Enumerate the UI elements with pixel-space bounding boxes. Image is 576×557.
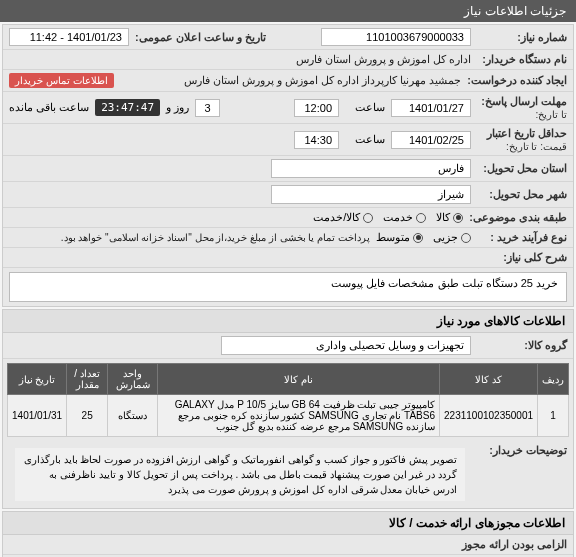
license-section-title: اطلاعات مجوزهای ارائه خدمت / کالا xyxy=(3,512,573,535)
buyer-note-label: توضیحات خریدار: xyxy=(477,444,567,457)
pub-date-value: 1401/01/23 - 11:42 xyxy=(9,28,129,46)
days-label: روز و xyxy=(166,101,189,114)
goods-section-title: اطلاعات کالاهای مورد نیاز xyxy=(3,310,573,333)
radio-goods[interactable]: کالا xyxy=(436,211,463,224)
license-label: الزامی بودن ارائه مجوز xyxy=(462,538,567,551)
desc-box: خرید 25 دستگاه تبلت طبق مشخصات فایل پیوس… xyxy=(9,272,567,302)
radio-service[interactable]: خدمت xyxy=(383,211,426,224)
goods-section: اطلاعات کالاهای مورد نیاز گروه کالا: تجه… xyxy=(2,309,574,509)
th-unit: واحد شمارش xyxy=(108,364,158,395)
radio-goods-service[interactable]: کالا/خدمت xyxy=(313,211,373,224)
validity-date: 1401/02/25 xyxy=(391,131,471,149)
req-no-value: 1101003679000033 xyxy=(321,28,471,46)
desc-label: شرح کلی نیاز: xyxy=(477,251,567,264)
th-name: نام کالا xyxy=(158,364,440,395)
radio-medium[interactable]: متوسط xyxy=(376,231,423,244)
group-label: گروه کالا: xyxy=(477,339,567,352)
cell-unit: دستگاه xyxy=(108,395,158,437)
license-section: اطلاعات مجوزهای ارائه خدمت / کالا الزامی… xyxy=(2,511,574,557)
pub-date-label: تاریخ و ساعت اعلان عمومی: xyxy=(135,31,266,44)
city-value: شیراز xyxy=(271,185,471,204)
th-qty: تعداد / مقدار xyxy=(67,364,108,395)
province-label: استان محل تحویل: xyxy=(477,162,567,175)
creator-label: ایجاد کننده درخواست: xyxy=(467,74,567,87)
buyer-note: تصویر پیش فاکتور و جواز کسب و گواهی انفو… xyxy=(15,448,465,501)
city-label: شهر محل تحویل: xyxy=(477,188,567,201)
radio-small[interactable]: جزیی xyxy=(433,231,471,244)
radio-icon xyxy=(413,233,423,243)
contact-button[interactable]: اطلاعات تماس خریدار xyxy=(9,73,114,88)
radio-icon xyxy=(453,213,463,223)
req-no-label: شماره نیاز: xyxy=(477,31,567,44)
days-remaining: 3 xyxy=(195,99,220,117)
deadline-time: 12:00 xyxy=(294,99,339,117)
radio-icon xyxy=(363,213,373,223)
buyer-org-value: اداره کل اموزش و پرورش استان فارس xyxy=(296,53,471,66)
goods-table: ردیف کد کالا نام کالا واحد شمارش تعداد /… xyxy=(7,363,569,437)
th-code: کد کالا xyxy=(440,364,538,395)
radio-icon xyxy=(461,233,471,243)
buyer-org-label: نام دستگاه خریدار: xyxy=(477,53,567,66)
cell-row: 1 xyxy=(538,395,569,437)
cell-qty: 25 xyxy=(67,395,108,437)
page-title: جزئیات اطلاعات نیاز xyxy=(464,4,566,18)
remain-label: ساعت باقی مانده xyxy=(9,101,89,114)
countdown-timer: 23:47:47 xyxy=(95,99,160,116)
process-label: نوع فرآیند خرید : xyxy=(477,231,567,244)
page-header: جزئیات اطلاعات نیاز xyxy=(0,0,576,22)
validity-time: 14:30 xyxy=(294,131,339,149)
process-note: پرداخت تمام یا بخشی از مبلغ خرید،از محل … xyxy=(61,232,370,243)
deadline-label: مهلت ارسال پاسخ: تا تاریخ: xyxy=(477,95,567,120)
process-radio-group: جزیی متوسط xyxy=(376,231,471,244)
cell-date: 1401/01/31 xyxy=(8,395,67,437)
th-row: ردیف xyxy=(538,364,569,395)
th-date: تاریخ نیاز xyxy=(8,364,67,395)
validity-label: حداقل تاریخ اعتبار قیمت: تا تاریخ: xyxy=(477,127,567,152)
radio-icon xyxy=(416,213,426,223)
group-value: تجهیزات و وسایل تحصیلی واداری xyxy=(221,336,471,355)
table-row: 1 2231100102350001 کامپیوتر جیبی تبلت ظر… xyxy=(8,395,569,437)
table-header-row: ردیف کد کالا نام کالا واحد شمارش تعداد /… xyxy=(8,364,569,395)
deadline-date: 1401/01/27 xyxy=(391,99,471,117)
time-label-1: ساعت xyxy=(345,101,385,114)
class-radio-group: کالا خدمت کالا/خدمت xyxy=(313,211,463,224)
cell-name: کامپیوتر جیبی تبلت ظرفیت GB 64 سایز P 10… xyxy=(158,395,440,437)
class-label: طبقه بندی موضوعی: xyxy=(469,211,567,224)
province-value: فارس xyxy=(271,159,471,178)
time-label-2: ساعت xyxy=(345,133,385,146)
creator-value: جمشید مهرنیا کارپرداز اداره کل اموزش و پ… xyxy=(120,74,462,87)
request-info-section: شماره نیاز: 1101003679000033 تاریخ و ساع… xyxy=(2,24,574,307)
cell-code: 2231100102350001 xyxy=(440,395,538,437)
